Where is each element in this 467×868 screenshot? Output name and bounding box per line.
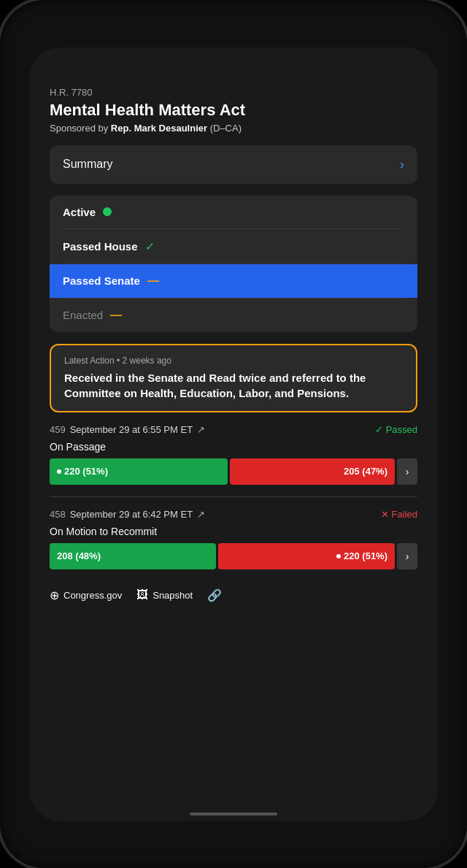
sponsor-name: Rep. Mark Desaulnier [111, 123, 207, 134]
nay-dot-458 [336, 554, 341, 558]
status-bar [29, 47, 438, 80]
dash-icon-enacted: — [110, 309, 122, 322]
congress-gov-label: Congress.gov [63, 590, 122, 601]
vote-number-459: 459 [50, 424, 66, 435]
status-passed-house-row: Passed House ✓ [50, 229, 417, 264]
status-passed-senate-row: Passed Senate — [50, 264, 417, 298]
passed-house-label: Passed House [63, 240, 138, 253]
action-text: Received in the Senate and Read twice an… [64, 370, 403, 401]
vote-external-icon-458: ↗ [197, 509, 205, 520]
bill-id: H.R. 7780 [50, 87, 417, 98]
vote-result-label-459: Passed [386, 424, 417, 435]
vote-detail-button-459[interactable]: › [397, 458, 417, 485]
link-icon: 🔗 [207, 588, 222, 602]
vote-date-458: September 29 at 6:42 PM ET [70, 509, 193, 520]
home-indicator [190, 813, 277, 815]
chevron-right-icon: › [400, 157, 404, 172]
snapshot-label: Snapshot [153, 590, 193, 601]
vote-bar-container-459: 220 (51%) 205 (47%) › [50, 458, 417, 485]
nay-bar-459: 205 (47%) [230, 458, 395, 485]
vote-item-458: 458 September 29 at 6:42 PM ET ↗ ✕ Faile… [50, 509, 417, 569]
yea-label-458: 208 (48%) [57, 550, 101, 561]
vote-result-459: ✓ Passed [375, 424, 417, 435]
yea-bar-459: 220 (51%) [50, 458, 228, 485]
vote-date-459: September 29 at 6:55 PM ET [70, 424, 193, 435]
snapshot-link[interactable]: 🖼 Snapshot [136, 588, 193, 602]
vote-detail-button-458[interactable]: › [397, 543, 417, 569]
vote-bar-container-458: 208 (48%) 220 (51%) › [50, 543, 417, 569]
check-passed-icon: ✓ [375, 424, 383, 435]
nay-label-458: 220 (51%) [344, 550, 387, 561]
content-area: H.R. 7780 Mental Health Matters Act Spon… [29, 80, 438, 821]
summary-card[interactable]: Summary › [50, 145, 417, 184]
vote-result-458: ✕ Failed [381, 509, 417, 520]
vote-item-459: 459 September 29 at 6:55 PM ET ↗ ✓ Passe… [50, 424, 417, 485]
nay-bar-458: 220 (51%) [218, 543, 395, 569]
bill-header: H.R. 7780 Mental Health Matters Act Spon… [50, 80, 417, 134]
x-failed-icon: ✕ [381, 509, 389, 520]
phone-screen: H.R. 7780 Mental Health Matters Act Spon… [29, 47, 438, 821]
image-icon: 🖼 [136, 588, 148, 602]
enacted-label: Enacted [63, 309, 103, 321]
bill-sponsor: Sponsored by Rep. Mark Desaulnier (D–CA) [50, 123, 417, 134]
vote-number-458: 458 [50, 509, 66, 520]
yea-dot-459 [57, 469, 61, 474]
status-active-row: Active [50, 196, 417, 228]
action-meta: Latest Action • 2 weeks ago [64, 356, 403, 366]
sponsor-prefix: Sponsored by [50, 123, 111, 134]
yea-label-459: 220 (51%) [64, 466, 108, 477]
phone-frame: H.R. 7780 Mental Health Matters Act Spon… [0, 0, 467, 868]
vote-description-458: On Motion to Recommit [50, 526, 417, 537]
check-icon: ✓ [145, 239, 155, 253]
status-enacted-row: Enacted — [50, 299, 417, 332]
nay-label-459: 205 (47%) [344, 466, 387, 477]
bill-title: Mental Health Matters Act [50, 101, 417, 120]
vote-description-459: On Passage [50, 441, 417, 453]
congress-gov-link[interactable]: ⊕ Congress.gov [50, 588, 122, 602]
yea-bar-458: 208 (48%) [50, 543, 216, 569]
vote-header-459: 459 September 29 at 6:55 PM ET ↗ ✓ Passe… [50, 424, 417, 435]
dash-icon-senate: — [147, 274, 159, 288]
vote-result-label-458: Failed [392, 509, 417, 520]
footer-links: ⊕ Congress.gov 🖼 Snapshot 🔗 [50, 581, 417, 614]
active-dot-icon [103, 207, 112, 216]
share-link[interactable]: 🔗 [207, 588, 222, 602]
action-card: Latest Action • 2 weeks ago Received in … [50, 344, 417, 412]
summary-label: Summary [63, 158, 112, 171]
vote-divider [50, 496, 417, 497]
vote-external-icon-459: ↗ [197, 424, 205, 435]
vote-section: 459 September 29 at 6:55 PM ET ↗ ✓ Passe… [50, 424, 417, 569]
active-label: Active [63, 206, 96, 218]
status-card: Active Passed House ✓ Passed Senate — [50, 196, 417, 332]
passed-senate-label: Passed Senate [63, 274, 140, 287]
sponsor-suffix: (D–CA) [207, 123, 242, 134]
vote-header-458: 458 September 29 at 6:42 PM ET ↗ ✕ Faile… [50, 509, 417, 520]
globe-icon: ⊕ [50, 588, 59, 602]
